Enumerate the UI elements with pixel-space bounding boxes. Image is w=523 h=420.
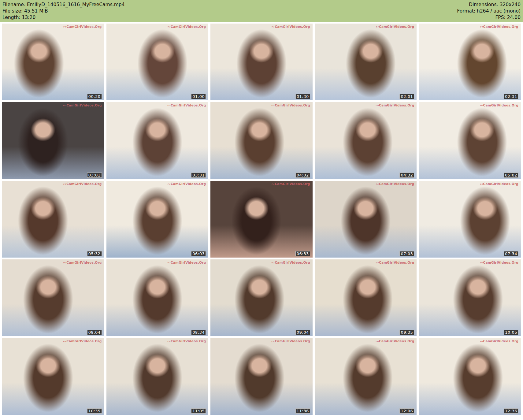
filename-text: Filename: EmillyD_140516_1616_MyFreeCams… xyxy=(2,2,125,8)
watermark-text: CamGirlVideos.Org xyxy=(66,103,102,107)
timestamp-badge: 01:00 xyxy=(191,94,206,99)
watermark: ∾CamGirlVideos.Org xyxy=(63,339,102,343)
video-thumbnail: ∾CamGirlVideos.Org 03:01 xyxy=(2,102,104,179)
timestamp-badge: 03:31 xyxy=(191,173,206,178)
timestamp-badge: 10:05 xyxy=(504,330,518,335)
watermark: ∾CamGirlVideos.Org xyxy=(168,182,206,186)
watermark-text: CamGirlVideos.Org xyxy=(171,339,206,343)
timestamp-badge: 02:01 xyxy=(399,94,414,99)
watermark-text: CamGirlVideos.Org xyxy=(66,261,102,264)
video-thumbnail: ∾CamGirlVideos.Org 09:35 xyxy=(315,259,417,336)
watermark: ∾CamGirlVideos.Org xyxy=(168,25,206,28)
watermark-text: CamGirlVideos.Org xyxy=(379,339,414,343)
watermark-text: CamGirlVideos.Org xyxy=(483,261,518,264)
watermark: ∾CamGirlVideos.Org xyxy=(272,25,310,28)
video-thumbnail: ∾CamGirlVideos.Org 11:36 xyxy=(210,338,313,415)
video-thumbnail: ∾CamGirlVideos.Org 05:02 xyxy=(419,102,521,179)
watermark-text: CamGirlVideos.Org xyxy=(171,182,206,186)
watermark-text: CamGirlVideos.Org xyxy=(275,261,310,264)
watermark-text: CamGirlVideos.Org xyxy=(66,25,102,28)
timestamp-badge: 04:02 xyxy=(295,173,310,178)
watermark-text: CamGirlVideos.Org xyxy=(171,103,206,107)
watermark-logo-icon: ∾ xyxy=(63,103,67,107)
watermark-text: CamGirlVideos.Org xyxy=(379,182,414,186)
video-thumbnail: ∾CamGirlVideos.Org 01:00 xyxy=(106,24,209,100)
watermark: ∾CamGirlVideos.Org xyxy=(168,339,206,343)
watermark: ∾CamGirlVideos.Org xyxy=(376,261,414,264)
watermark-logo-icon: ∾ xyxy=(480,339,483,343)
watermark-text: CamGirlVideos.Org xyxy=(379,103,414,107)
watermark-logo-icon: ∾ xyxy=(376,182,379,186)
timestamp-badge: 09:04 xyxy=(295,330,310,335)
watermark: ∾CamGirlVideos.Org xyxy=(480,25,518,28)
video-thumbnail: ∾CamGirlVideos.Org 06:03 xyxy=(106,181,209,258)
video-thumbnail: ∾CamGirlVideos.Org 08:34 xyxy=(106,259,209,336)
timestamp-badge: 06:33 xyxy=(295,251,310,256)
watermark-text: CamGirlVideos.Org xyxy=(483,103,518,107)
video-thumbnail: ∾CamGirlVideos.Org 03:31 xyxy=(106,102,209,179)
file-info-header: Filename: EmillyD_140516_1616_MyFreeCams… xyxy=(0,0,523,22)
file-size-text: File size: 45.51 MiB xyxy=(2,8,125,14)
file-info-right: Dimensions: 320x240 Format: h264 / aac (… xyxy=(457,2,521,22)
watermark-logo-icon: ∾ xyxy=(167,103,171,107)
watermark-text: CamGirlVideos.Org xyxy=(275,339,310,343)
watermark-text: CamGirlVideos.Org xyxy=(66,182,102,186)
watermark-logo-icon: ∾ xyxy=(271,261,275,264)
watermark: ∾CamGirlVideos.Org xyxy=(63,25,102,28)
watermark: ∾CamGirlVideos.Org xyxy=(272,103,310,107)
watermark-logo-icon: ∾ xyxy=(167,25,171,28)
watermark-text: CamGirlVideos.Org xyxy=(483,182,518,186)
timestamp-badge: 04:32 xyxy=(399,173,414,178)
watermark-logo-icon: ∾ xyxy=(271,339,275,343)
timestamp-badge: 05:32 xyxy=(87,251,102,256)
watermark-logo-icon: ∾ xyxy=(480,103,483,107)
watermark-logo-icon: ∾ xyxy=(167,339,171,343)
timestamp-badge: 11:05 xyxy=(191,408,206,414)
timestamp-badge: 12:06 xyxy=(399,408,414,414)
watermark: ∾CamGirlVideos.Org xyxy=(480,261,518,264)
watermark-logo-icon: ∾ xyxy=(63,339,67,343)
watermark-text: CamGirlVideos.Org xyxy=(379,261,414,264)
timestamp-badge: 06:03 xyxy=(191,251,206,256)
watermark-text: CamGirlVideos.Org xyxy=(483,339,518,343)
timestamp-badge: 00:30 xyxy=(87,94,102,99)
timestamp-badge: 02:31 xyxy=(504,94,518,99)
video-thumbnail: ∾CamGirlVideos.Org 10:35 xyxy=(2,338,104,415)
video-thumbnail: ∾CamGirlVideos.Org 09:04 xyxy=(210,259,313,336)
watermark: ∾CamGirlVideos.Org xyxy=(168,103,206,107)
video-thumbnail: ∾CamGirlVideos.Org 06:33 xyxy=(210,181,313,258)
video-thumbnail: ∾CamGirlVideos.Org 04:32 xyxy=(315,102,417,179)
dimensions-text: Dimensions: 320x240 xyxy=(457,2,521,8)
watermark-text: CamGirlVideos.Org xyxy=(275,25,310,28)
watermark-logo-icon: ∾ xyxy=(480,25,483,28)
watermark: ∾CamGirlVideos.Org xyxy=(376,103,414,107)
watermark-logo-icon: ∾ xyxy=(167,182,171,186)
file-info-left: Filename: EmillyD_140516_1616_MyFreeCams… xyxy=(2,2,125,22)
video-thumbnail: ∾CamGirlVideos.Org 04:02 xyxy=(210,102,313,179)
timestamp-badge: 11:36 xyxy=(295,408,310,414)
watermark-text: CamGirlVideos.Org xyxy=(379,25,414,28)
watermark: ∾CamGirlVideos.Org xyxy=(376,25,414,28)
length-text: Length: 13:20 xyxy=(2,14,125,21)
timestamp-badge: 07:34 xyxy=(504,251,518,256)
video-thumbnail: ∾CamGirlVideos.Org 12:06 xyxy=(315,338,417,415)
thumbnail-grid: ∾CamGirlVideos.Org 00:30 ∾CamGirlVideos.… xyxy=(0,22,523,417)
watermark-logo-icon: ∾ xyxy=(376,25,379,28)
video-thumbnail: ∾CamGirlVideos.Org 12:36 xyxy=(419,338,521,415)
watermark: ∾CamGirlVideos.Org xyxy=(272,339,310,343)
video-thumbnail: ∾CamGirlVideos.Org 11:05 xyxy=(106,338,209,415)
watermark: ∾CamGirlVideos.Org xyxy=(168,261,206,264)
watermark-logo-icon: ∾ xyxy=(167,261,171,264)
watermark: ∾CamGirlVideos.Org xyxy=(480,339,518,343)
watermark: ∾CamGirlVideos.Org xyxy=(376,339,414,343)
watermark-logo-icon: ∾ xyxy=(376,339,379,343)
watermark-text: CamGirlVideos.Org xyxy=(483,25,518,28)
video-thumbnail: ∾CamGirlVideos.Org 05:32 xyxy=(2,181,104,258)
watermark-logo-icon: ∾ xyxy=(376,261,379,264)
watermark-text: CamGirlVideos.Org xyxy=(275,182,310,186)
watermark: ∾CamGirlVideos.Org xyxy=(272,182,310,186)
video-thumbnail: ∾CamGirlVideos.Org 00:30 xyxy=(2,24,104,100)
watermark-logo-icon: ∾ xyxy=(480,182,483,186)
watermark-text: CamGirlVideos.Org xyxy=(275,103,310,107)
timestamp-badge: 08:04 xyxy=(87,330,102,335)
